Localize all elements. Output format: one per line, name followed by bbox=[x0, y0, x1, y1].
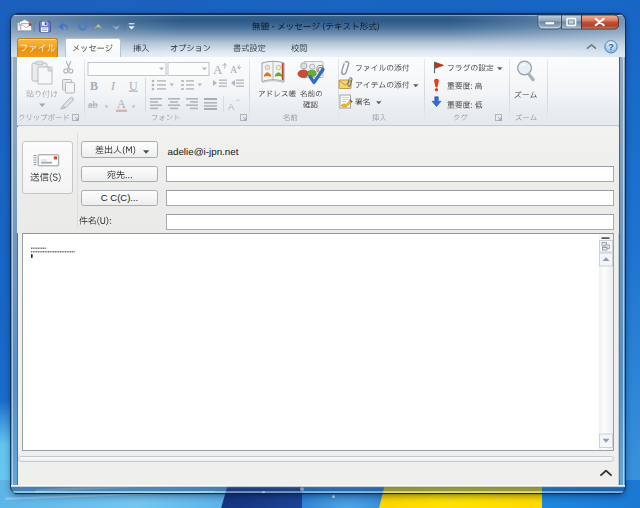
svg-text:?: ? bbox=[608, 42, 614, 52]
svg-text:A: A bbox=[230, 64, 238, 75]
svg-text:A: A bbox=[228, 102, 234, 112]
svg-text:ab: ab bbox=[88, 99, 97, 110]
svg-text:B: B bbox=[90, 79, 98, 93]
svg-text:A: A bbox=[213, 62, 223, 77]
svg-text:U: U bbox=[129, 79, 138, 93]
svg-text:I: I bbox=[110, 79, 116, 93]
svg-text:A: A bbox=[117, 97, 126, 111]
